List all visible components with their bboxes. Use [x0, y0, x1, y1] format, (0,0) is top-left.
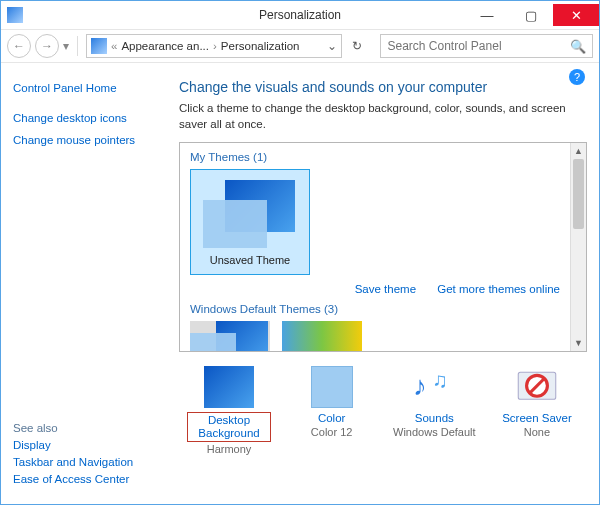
- breadcrumb-part-2[interactable]: Personalization: [221, 40, 300, 52]
- option-color-value: Color 12: [290, 426, 374, 438]
- app-icon: [7, 7, 23, 23]
- see-also-section: See also Display Taskbar and Navigation …: [13, 422, 159, 490]
- search-input[interactable]: [387, 39, 570, 53]
- see-also-header: See also: [13, 422, 159, 434]
- option-desktop-background[interactable]: Desktop Background Harmony: [187, 366, 271, 455]
- scroll-down-icon[interactable]: ▼: [571, 335, 586, 351]
- minimize-button[interactable]: —: [465, 4, 509, 26]
- scroll-thumb[interactable]: [573, 159, 584, 229]
- option-saver-title: Screen Saver: [495, 412, 579, 425]
- option-color-title: Color: [290, 412, 374, 425]
- default-themes-row: [190, 321, 560, 351]
- search-icon[interactable]: 🔍: [570, 39, 586, 54]
- page-heading: Change the visuals and sounds on your co…: [179, 79, 587, 95]
- get-themes-online-link[interactable]: Get more themes online: [437, 283, 560, 295]
- breadcrumb-icon: [91, 38, 107, 54]
- breadcrumb-dropdown-icon[interactable]: ⌄: [327, 39, 337, 53]
- divider: [77, 36, 78, 56]
- my-themes-header: My Themes (1): [190, 151, 560, 163]
- scroll-track[interactable]: [571, 159, 586, 335]
- option-bg-value: Harmony: [187, 443, 271, 455]
- scroll-up-icon[interactable]: ▲: [571, 143, 586, 159]
- theme-actions: Save theme Get more themes online: [190, 283, 560, 295]
- refresh-button[interactable]: ↻: [346, 35, 368, 57]
- back-button[interactable]: ←: [7, 34, 31, 58]
- default-theme-1[interactable]: [190, 321, 270, 351]
- chevron-right-icon: ›: [213, 40, 217, 52]
- bottom-options: Desktop Background Harmony Color Color 1…: [179, 366, 587, 455]
- window-title: Personalization: [259, 8, 341, 22]
- sidebar-link-mouse-pointers[interactable]: Change mouse pointers: [13, 134, 159, 146]
- window-buttons: — ▢ ✕: [465, 4, 599, 26]
- save-theme-link[interactable]: Save theme: [355, 283, 416, 295]
- themes-pane: My Themes (1) Unsaved Theme Save theme G…: [179, 142, 587, 352]
- sidebar-link-desktop-icons[interactable]: Change desktop icons: [13, 112, 159, 124]
- breadcrumb-up-icon: «: [111, 40, 117, 52]
- maximize-button[interactable]: ▢: [509, 4, 553, 26]
- theme-thumbnail: [199, 178, 301, 248]
- control-panel-home-link[interactable]: Control Panel Home: [13, 82, 159, 94]
- see-also-display[interactable]: Display: [13, 439, 159, 451]
- recent-dropdown-icon[interactable]: ▾: [63, 39, 69, 53]
- option-sounds-value: Windows Default: [392, 426, 476, 438]
- option-saver-value: None: [495, 426, 579, 438]
- option-sounds[interactable]: ♪♫ Sounds Windows Default: [392, 366, 476, 455]
- screen-saver-icon: [512, 366, 562, 408]
- nav-bar: ← → ▾ « Appearance an... › Personalizati…: [1, 29, 599, 63]
- search-box[interactable]: 🔍: [380, 34, 593, 58]
- svg-text:♪: ♪: [413, 370, 427, 401]
- breadcrumb[interactable]: « Appearance an... › Personalization ⌄: [86, 34, 342, 58]
- scrollbar[interactable]: ▲ ▼: [570, 143, 586, 351]
- desktop-background-icon: [204, 366, 254, 408]
- help-icon[interactable]: ?: [569, 69, 585, 85]
- option-bg-title: Desktop Background: [187, 412, 271, 442]
- see-also-ease[interactable]: Ease of Access Center: [13, 473, 159, 485]
- sidebar: Control Panel Home Change desktop icons …: [1, 63, 171, 504]
- default-themes-header: Windows Default Themes (3): [190, 303, 560, 315]
- option-screen-saver[interactable]: Screen Saver None: [495, 366, 579, 455]
- option-color[interactable]: Color Color 12: [290, 366, 374, 455]
- svg-text:♫: ♫: [432, 368, 448, 391]
- option-sounds-title: Sounds: [392, 412, 476, 425]
- see-also-taskbar[interactable]: Taskbar and Navigation: [13, 456, 159, 468]
- sounds-icon: ♪♫: [409, 366, 459, 408]
- theme-unsaved[interactable]: Unsaved Theme: [190, 169, 310, 275]
- breadcrumb-part-1[interactable]: Appearance an...: [121, 40, 209, 52]
- themes-scroll-area: My Themes (1) Unsaved Theme Save theme G…: [180, 143, 570, 351]
- default-theme-2[interactable]: [282, 321, 362, 351]
- theme-name: Unsaved Theme: [199, 254, 301, 266]
- color-icon: [307, 366, 357, 408]
- page-subtext: Click a theme to change the desktop back…: [179, 101, 587, 132]
- main-panel: ? Change the visuals and sounds on your …: [171, 63, 599, 504]
- title-bar: Personalization — ▢ ✕: [1, 1, 599, 29]
- forward-button[interactable]: →: [35, 34, 59, 58]
- close-button[interactable]: ✕: [553, 4, 599, 26]
